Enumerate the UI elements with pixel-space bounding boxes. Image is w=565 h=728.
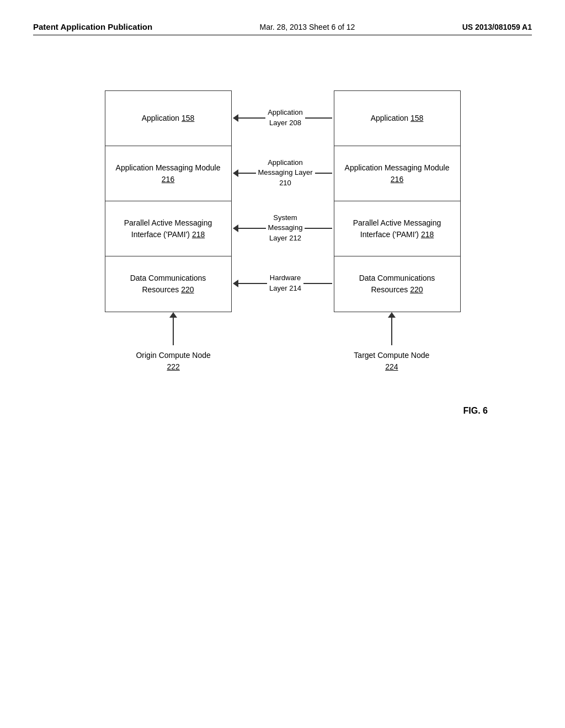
arrow-left-210	[233, 169, 238, 177]
left-amm-216: 216	[162, 175, 174, 184]
up-arrow-origin	[169, 312, 177, 318]
layer-210-label: ApplicationMessaging Layer210	[256, 158, 315, 188]
arrow-line-208-right	[305, 117, 332, 119]
arrow-line-214	[238, 283, 267, 284]
layer-application: ApplicationLayer 208	[232, 90, 334, 146]
arrow-left-212	[233, 224, 238, 232]
header-patent-number: US 2013/081059 A1	[462, 23, 532, 31]
arrow-left-208	[233, 114, 238, 122]
arrow-line-208	[238, 117, 265, 119]
left-cell-data-comm: Data CommunicationsResources 220	[105, 256, 231, 312]
left-data-220: 220	[181, 285, 194, 294]
header-publication-label: Patent Application Publication	[33, 22, 152, 31]
up-arrow-line-origin	[173, 318, 174, 345]
right-data-220: 220	[410, 285, 423, 294]
right-cell-messaging-module: Application Messaging Module216	[334, 146, 460, 201]
layer-208-label: ApplicationLayer 208	[265, 108, 305, 127]
right-cell-application: Application 158	[334, 91, 460, 146]
figure-label: FIG. 6	[33, 406, 532, 416]
target-node-label: Target Compute Node224	[354, 350, 429, 373]
right-cell-data-comm: Data CommunicationsResources 220	[334, 256, 460, 312]
up-arrow-target	[388, 312, 396, 318]
right-pami-text: Parallel Active MessagingInterface ('PAM…	[353, 218, 441, 239]
left-cell-messaging-module: Application Messaging Module216	[105, 146, 231, 201]
right-app-text: Application 158	[371, 114, 424, 122]
layer-hardware: HardwareLayer 214	[232, 256, 334, 311]
arrow-line-210	[238, 173, 256, 174]
target-node-section: Target Compute Node224	[331, 312, 452, 373]
right-node-box: Application 158 Application Messaging Mo…	[334, 90, 461, 312]
arrow-line-210-right	[315, 173, 333, 174]
left-amm-text: Application Messaging Module216	[116, 163, 221, 184]
layer-212-label: SystemMessagingLayer 212	[266, 213, 305, 243]
right-pami-218: 218	[421, 230, 434, 239]
right-app-158: 158	[411, 114, 423, 122]
layer-app-messaging: ApplicationMessaging Layer210	[232, 146, 334, 201]
layer-214-label: HardwareLayer 214	[267, 273, 303, 293]
arrow-line-212	[238, 228, 266, 229]
left-data-text: Data CommunicationsResources 220	[130, 274, 206, 294]
arrow-line-212-right	[305, 228, 332, 229]
header-date-sheet: Mar. 28, 2013 Sheet 6 of 12	[259, 23, 355, 31]
page: Patent Application Publication Mar. 28, …	[0, 0, 565, 728]
page-header: Patent Application Publication Mar. 28, …	[33, 22, 532, 35]
arrow-line-214-right	[303, 283, 332, 284]
left-cell-application: Application 158	[105, 91, 231, 146]
arrow-left-214	[233, 280, 238, 287]
middle-layers-col: ApplicationLayer 208 ApplicationMessagin…	[232, 90, 334, 312]
origin-222: 222	[167, 362, 179, 371]
right-data-text: Data CommunicationsResources 220	[359, 274, 435, 294]
left-node-box: Application 158 Application Messaging Mo…	[105, 90, 232, 312]
bottom-labels-row: Origin Compute Node222 Target Compute No…	[113, 312, 452, 373]
right-cell-pami: Parallel Active MessagingInterface ('PAM…	[334, 201, 460, 256]
right-amm-text: Application Messaging Module216	[345, 163, 450, 184]
up-arrow-line-target	[391, 318, 392, 345]
left-pami-text: Parallel Active MessagingInterface ('PAM…	[124, 218, 212, 239]
diagram-main-row: Application 158 Application Messaging Mo…	[105, 90, 461, 312]
left-pami-218: 218	[192, 230, 205, 239]
layer-system-messaging: SystemMessagingLayer 212	[232, 201, 334, 256]
origin-node-label: Origin Compute Node222	[136, 350, 210, 373]
left-app-text: Application 158	[142, 114, 195, 122]
left-cell-pami: Parallel Active MessagingInterface ('PAM…	[105, 201, 231, 256]
origin-node-section: Origin Compute Node222	[113, 312, 234, 373]
right-amm-216: 216	[391, 175, 403, 184]
target-224: 224	[385, 362, 398, 371]
left-app-158: 158	[182, 114, 194, 122]
